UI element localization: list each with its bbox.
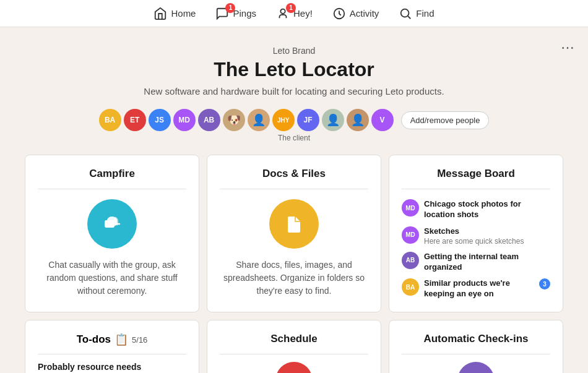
campfire-card[interactable]: Campfire Chat casually with the grou [25, 155, 199, 312]
nav-find-label: Find [416, 8, 434, 19]
avatar-ba[interactable]: BA [99, 109, 121, 131]
msg-avatar-1: MD [402, 199, 419, 217]
brand-name: Leto Brand [25, 46, 563, 56]
msg-content-4: Similar products we're keeping an eye on [424, 278, 534, 299]
avatar-photo-1[interactable]: 🐶 [223, 109, 245, 131]
client-label: The client [25, 134, 563, 142]
msg-avatar-2: MD [402, 226, 419, 244]
svg-line-3 [409, 16, 411, 19]
docs-circle-icon [269, 199, 319, 249]
avatar-jhy[interactable]: JHY [272, 109, 295, 131]
checkins-title: Automatic Check-ins [402, 333, 550, 354]
avatar-ab[interactable]: AB [198, 109, 220, 131]
project-description: New software and hardware built for loca… [25, 86, 563, 96]
avatar-md[interactable]: MD [173, 109, 196, 131]
project-title: The Leto Locator [25, 58, 563, 81]
message-item-3[interactable]: AB Getting the internal team organized [402, 252, 550, 273]
msg-avatar-3: AB [402, 252, 419, 269]
todos-card[interactable]: To-dos 📋 5/16 Probably resource needs 2 … [25, 320, 199, 373]
message-board-card[interactable]: Message Board MD Chicago stock photos fo… [389, 155, 563, 312]
hey-badge: 1 [286, 3, 296, 13]
avatar-js[interactable]: JS [149, 109, 171, 131]
nav-activity-label: Activity [350, 8, 379, 19]
checkin-circle-icon [457, 362, 495, 373]
nav-pings-label: Pings [233, 8, 256, 19]
campfire-icon-wrap [38, 199, 186, 249]
message-item-1[interactable]: MD Chicago stock photos for location sho… [402, 199, 550, 220]
nav-home[interactable]: Home [153, 7, 196, 20]
top-navigation: Home 1 Pings 1 Hey! Activity [0, 0, 588, 27]
msg-title-1: Chicago stock photos for location shots [424, 199, 550, 220]
message-item-2[interactable]: MD Sketches Here are some quick sketches [402, 226, 550, 246]
schedule-icon-wrap [220, 362, 368, 373]
avatar-v[interactable]: V [371, 109, 394, 131]
msg-sub-2: Here are some quick sketches [424, 237, 550, 246]
msg-content-2: Sketches Here are some quick sketches [424, 226, 550, 246]
todos-title: To-dos [77, 333, 111, 346]
msg-badge-4: 3 [539, 278, 550, 289]
svg-point-0 [280, 9, 285, 13]
more-options-button[interactable]: ⋯ [561, 40, 576, 56]
avatar-jf[interactable]: JF [297, 109, 319, 131]
nav-home-label: Home [171, 8, 196, 19]
campfire-body: Chat casually with the group, ask random… [38, 259, 186, 298]
nav-hey-label: Hey! [293, 8, 313, 19]
todos-progress: 5/16 [132, 335, 147, 345]
schedule-card[interactable]: Schedule [207, 320, 381, 373]
avatar-photo-3[interactable]: 👤 [322, 109, 344, 131]
campfire-circle-icon [87, 199, 137, 249]
checkins-card[interactable]: Automatic Check-ins [389, 320, 563, 373]
nav-activity[interactable]: Activity [332, 7, 379, 20]
message-item-4[interactable]: BA Similar products we're keeping an eye… [402, 278, 550, 299]
pings-badge: 1 [225, 3, 235, 13]
msg-title-4: Similar products we're keeping an eye on [424, 278, 534, 299]
schedule-circle-icon [275, 362, 313, 373]
msg-content-3: Getting the internal team organized [424, 252, 550, 273]
todo-item-title: Probably resource needs [38, 362, 186, 372]
msg-title-3: Getting the internal team organized [424, 252, 550, 273]
avatar-photo-4[interactable]: 👤 [347, 109, 369, 131]
add-people-button[interactable]: Add/remove people [401, 111, 490, 129]
project-header: Leto Brand The Leto Locator New software… [25, 46, 563, 96]
schedule-title: Schedule [220, 333, 368, 354]
avatar-et[interactable]: ET [124, 109, 146, 131]
msg-avatar-4: BA [402, 278, 419, 296]
nav-hey[interactable]: 1 Hey! [276, 7, 313, 20]
top-cards-grid: Campfire Chat casually with the grou [25, 155, 563, 312]
bottom-cards-grid: To-dos 📋 5/16 Probably resource needs 2 … [25, 320, 563, 373]
docs-card[interactable]: Docs & Files Share docs, files, images, … [207, 155, 381, 312]
message-list: MD Chicago stock photos for location sho… [402, 199, 550, 299]
docs-icon-wrap [220, 199, 368, 249]
message-board-title: Message Board [402, 168, 550, 189]
avatars-row: BA ET JS MD AB 🐶 👤 JHY JF 👤 👤 V Add/remo… [25, 109, 563, 131]
avatar-photo-2[interactable]: 👤 [248, 109, 270, 131]
main-content: ⋯ Leto Brand The Leto Locator New softwa… [0, 27, 588, 373]
nav-pings[interactable]: 1 Pings [215, 7, 256, 20]
campfire-title: Campfire [38, 168, 186, 189]
msg-title-2: Sketches [424, 226, 550, 237]
svg-point-2 [401, 9, 409, 17]
checkin-icon-wrap [402, 362, 550, 373]
nav-find[interactable]: Find [399, 7, 434, 20]
docs-title: Docs & Files [220, 168, 368, 189]
msg-content-1: Chicago stock photos for location shots [424, 199, 550, 220]
docs-body: Share docs, files, images, and spreadshe… [220, 259, 368, 298]
